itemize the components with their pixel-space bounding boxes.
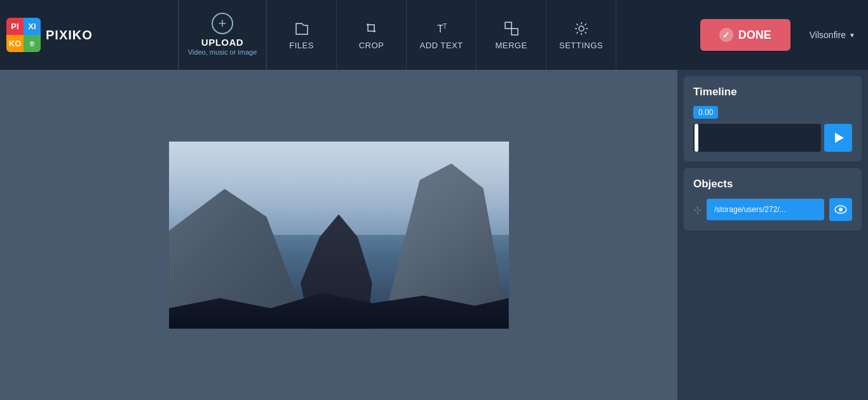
merge-tool[interactable]: MERGE: [477, 0, 546, 70]
timeline-section: Timeline 0.00: [684, 76, 862, 161]
nav-tools: FILES CROP T T ADD TEXT MERGE: [267, 0, 681, 70]
upload-sublabel: Video, music or image: [188, 48, 257, 57]
timeline-time-badge: 0.00: [693, 106, 718, 119]
objects-title: Objects: [693, 178, 852, 190]
logo-area: PI XI KO ® PIXIKO: [0, 18, 178, 52]
object-path[interactable]: /storage/users/272/...: [707, 199, 824, 220]
upload-label: UPLOAD: [201, 37, 243, 48]
done-check-icon: ✓: [719, 28, 733, 42]
logo-cell-ko: KO: [6, 35, 24, 52]
eye-icon: [834, 205, 847, 214]
image-preview: [169, 142, 509, 329]
settings-tool[interactable]: SETTINGS: [546, 0, 616, 70]
user-chevron-icon: ▼: [849, 32, 855, 39]
main-content: Timeline 0.00 Objects ⊹ /storage/users/2…: [0, 70, 868, 400]
logo-cell-xi: XI: [24, 18, 41, 35]
canvas-area: [0, 70, 677, 400]
done-label: DONE: [738, 29, 771, 42]
upload-button[interactable]: + UPLOAD Video, music or image: [178, 0, 267, 70]
play-button[interactable]: [824, 124, 852, 152]
add-text-icon: T T: [433, 20, 451, 37]
logo-cell-pi: PI: [6, 18, 24, 35]
add-text-label: ADD TEXT: [419, 41, 463, 50]
done-button[interactable]: ✓ DONE: [700, 19, 790, 51]
merge-label: MERGE: [495, 41, 527, 50]
crop-icon: [363, 20, 381, 37]
svg-point-6: [839, 208, 843, 211]
logo-box: PI XI KO ®: [6, 18, 41, 52]
crop-tool[interactable]: CROP: [337, 0, 407, 70]
timeline-title: Timeline: [693, 86, 852, 98]
visibility-button[interactable]: [829, 198, 852, 221]
timeline-bar: [693, 124, 852, 152]
settings-icon: [573, 20, 590, 37]
timeline-handle[interactable]: [695, 124, 698, 152]
logo-text: PIXIKO: [46, 28, 93, 43]
user-menu[interactable]: Vilsonfire ▼: [810, 30, 855, 40]
files-label: FILES: [289, 41, 314, 50]
settings-label: SETTINGS: [559, 41, 603, 50]
timeline-track[interactable]: [693, 124, 821, 152]
files-tool[interactable]: FILES: [267, 0, 337, 70]
add-text-tool[interactable]: T T ADD TEXT: [407, 0, 477, 70]
timeline-container: 0.00: [693, 106, 852, 152]
drag-handle-icon[interactable]: ⊹: [693, 204, 702, 216]
svg-text:T: T: [443, 23, 447, 30]
objects-section: Objects ⊹ /storage/users/272/...: [684, 168, 862, 230]
mountain-scene: [169, 142, 509, 329]
upload-icon: +: [212, 13, 233, 34]
right-panel: Timeline 0.00 Objects ⊹ /storage/users/2…: [677, 70, 868, 400]
svg-rect-3: [512, 29, 518, 35]
play-icon: [835, 133, 844, 143]
svg-rect-2: [505, 22, 512, 29]
objects-list: ⊹ /storage/users/272/...: [693, 198, 852, 221]
svg-point-4: [579, 26, 584, 31]
crop-label: CROP: [359, 41, 384, 50]
topbar: PI XI KO ® PIXIKO + UPLOAD Video, music …: [0, 0, 868, 70]
merge-icon: [503, 20, 520, 37]
files-icon: [293, 20, 311, 37]
logo-cell-dot: ®: [24, 35, 41, 52]
username: Vilsonfire: [810, 30, 846, 40]
